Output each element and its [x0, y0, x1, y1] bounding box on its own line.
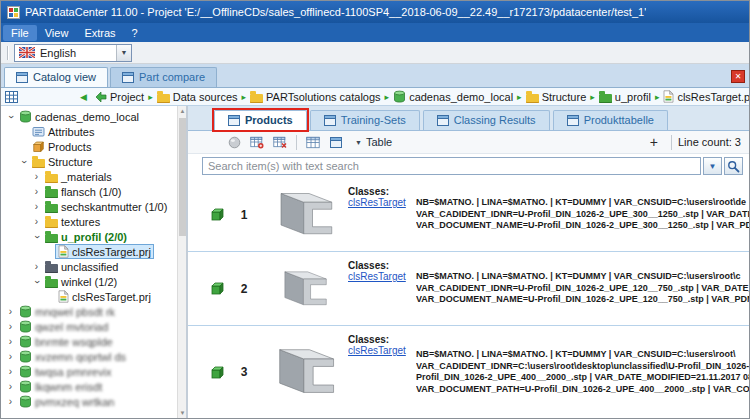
tree-node[interactable]: cadenas_demo_local [16, 109, 142, 124]
expand-chevron-icon[interactable]: › [5, 322, 16, 332]
tree-node[interactable]: winkel (1/2) [42, 275, 120, 289]
tree-item[interactable]: ›unclassified [3, 259, 175, 274]
menu-help[interactable]: ? [124, 25, 146, 41]
breadcrumb-item[interactable]: u_profil [597, 91, 653, 103]
tree-node[interactable]: sechskantmutter (1/0) [42, 200, 170, 214]
expand-chevron-icon[interactable]: › [31, 202, 42, 212]
tree-node[interactable]: unclassified [42, 260, 121, 274]
tree-item[interactable]: ›cadenas_demo_local [3, 109, 175, 124]
tree-item[interactable]: ›bnrmte wsqplde [3, 334, 175, 349]
expand-chevron-icon[interactable]: › [5, 307, 16, 317]
tree-item[interactable]: ›twqsa pmnrevix [3, 364, 175, 379]
tree-item[interactable]: ›lkqwnm erisdt [3, 379, 175, 394]
tree-item[interactable]: ›mnqwel pbsdt rk [3, 304, 175, 319]
tree-item[interactable]: clsResTarget.prj [3, 289, 175, 304]
class-link[interactable]: clsResTarget [348, 197, 406, 208]
tab-products[interactable]: Products [214, 110, 307, 130]
caret-down-icon[interactable]: ▼ [116, 45, 131, 61]
breadcrumb-item[interactable]: Structure [524, 91, 589, 103]
expand-chevron-icon[interactable]: › [31, 217, 42, 227]
expand-chevron-icon[interactable]: › [5, 352, 16, 362]
tree-node[interactable]: Structure [29, 155, 96, 169]
tab-classing-results[interactable]: Classing Results [423, 110, 550, 130]
tree-scrollbar[interactable]: ▲ ▼ [177, 106, 186, 418]
breadcrumb-item[interactable]: clsResTarget.prj [661, 90, 749, 103]
tab-catalog-view[interactable]: Catalog view [4, 67, 108, 87]
grid-view-button[interactable] [303, 133, 323, 152]
collapse-chevron-icon[interactable]: › [19, 156, 29, 167]
tree-node[interactable]: mnqwel pbsdt rk [16, 304, 118, 319]
tree-item[interactable]: ›textures [3, 214, 175, 229]
breadcrumb-item[interactable]: Data sources [155, 91, 240, 103]
close-icon[interactable]: ✕ [731, 70, 745, 83]
tree-item[interactable]: ›u_profil (2/0) [3, 229, 175, 244]
expand-chevron-icon[interactable]: › [31, 187, 42, 197]
nav-back-icon[interactable]: ◀ [80, 92, 87, 102]
breadcrumb-item[interactable]: Project [93, 91, 146, 103]
class-link[interactable]: clsResTarget [348, 345, 406, 356]
tree-item[interactable]: ›qwzel mvtoriad [3, 319, 175, 334]
view-mode-dropdown[interactable]: ▼ Table [349, 134, 398, 150]
product-row[interactable]: 1Classes:clsResTargetNB=$MATNO. | LINA=$… [188, 178, 749, 252]
tree-node[interactable]: xvzemn qoprtwl ds [16, 349, 129, 364]
expand-chevron-icon[interactable]: › [5, 367, 16, 377]
tree-node[interactable]: bnrmte wsqplde [16, 334, 116, 349]
expand-chevron-icon[interactable]: › [5, 382, 16, 392]
expand-chevron-icon[interactable]: › [5, 397, 16, 407]
tree-node[interactable]: textures [42, 215, 103, 229]
tree-item[interactable]: ›flansch (1/0) [3, 184, 175, 199]
add-button[interactable]: + [643, 134, 665, 150]
expand-chevron-icon[interactable]: › [31, 172, 42, 182]
product-row[interactable]: 3Classes:clsResTargetNB=$MATNO. | LINA=$… [188, 326, 749, 418]
breadcrumb-item[interactable]: PARTsolutions catalogs [248, 91, 383, 103]
scrollbar-thumb[interactable] [179, 118, 186, 236]
remove-line-button[interactable] [270, 133, 290, 152]
tree-item[interactable]: ›pvmxzeq wrtkan [3, 394, 175, 409]
refresh-button[interactable] [224, 133, 244, 152]
attribute-line: NB=$MATNO. | LINA=$MATNO. | KT=DUMMY | V… [416, 349, 749, 361]
menu-view[interactable]: View [37, 25, 77, 41]
tree-item[interactable]: ›_materials [3, 169, 175, 184]
title-bar[interactable]: PARTdataCenter 11.00 - Project 'E:/__Off… [1, 1, 749, 23]
tree-item[interactable]: ›winkel (1/2) [3, 274, 175, 289]
search-dropdown-button[interactable]: ▼ [703, 157, 722, 175]
expand-chevron-icon[interactable]: › [5, 337, 16, 347]
breadcrumb-item-label: u_profil [615, 91, 651, 103]
language-selector[interactable]: English ▼ [14, 44, 132, 62]
search-button[interactable] [724, 157, 743, 175]
form-view-button[interactable] [326, 133, 346, 152]
collapse-chevron-icon[interactable]: › [32, 231, 42, 242]
tree-node[interactable]: lkqwnm erisdt [16, 379, 105, 394]
tree-item[interactable]: ›xvzemn qoprtwl ds [3, 349, 175, 364]
tree-item[interactable]: ›Structure [3, 154, 175, 169]
tab-part-compare[interactable]: Part compare [110, 67, 217, 87]
tree-node[interactable]: qwzel mvtoriad [16, 319, 111, 334]
tree-item[interactable]: Attributes [3, 124, 175, 139]
class-link[interactable]: clsResTarget [348, 271, 406, 282]
tree-node[interactable]: clsResTarget.prj [55, 244, 154, 259]
tree-node[interactable]: Products [29, 139, 94, 154]
tree-item[interactable]: ›sechskantmutter (1/0) [3, 199, 175, 214]
tree-node[interactable]: pvmxzeq wrtkan [16, 394, 117, 409]
menu-file[interactable]: File [3, 25, 37, 41]
add-line-button[interactable] [247, 133, 267, 152]
tab-produkttabelle[interactable]: Produkttabelle [553, 110, 668, 130]
tree-item[interactable]: Products [3, 139, 175, 154]
tab-training-sets[interactable]: Training-Sets [310, 110, 420, 130]
tree-node[interactable]: Attributes [29, 124, 97, 139]
tree-node[interactable]: u_profil (2/0) [42, 230, 130, 244]
collapse-chevron-icon[interactable]: › [6, 111, 16, 122]
tree-item[interactable]: clsResTarget.prj [3, 244, 175, 259]
tree-node[interactable]: flansch (1/0) [42, 185, 125, 199]
scroll-up-icon[interactable]: ▲ [178, 106, 187, 116]
expand-chevron-icon[interactable]: › [31, 262, 42, 272]
menu-extras[interactable]: Extras [76, 25, 123, 41]
collapse-chevron-icon[interactable]: › [32, 276, 42, 287]
tree-node[interactable]: twqsa pmnrevix [16, 364, 114, 379]
product-row[interactable]: 2Classes:clsResTargetNB=$MATNO. | LINA=$… [188, 252, 749, 326]
search-input[interactable] [202, 157, 701, 175]
scroll-down-icon[interactable]: ▼ [178, 408, 187, 418]
tree-node[interactable]: clsResTarget.prj [55, 289, 154, 304]
breadcrumb-item[interactable]: cadenas_demo_local [391, 90, 515, 103]
tree-node[interactable]: _materials [42, 170, 115, 184]
